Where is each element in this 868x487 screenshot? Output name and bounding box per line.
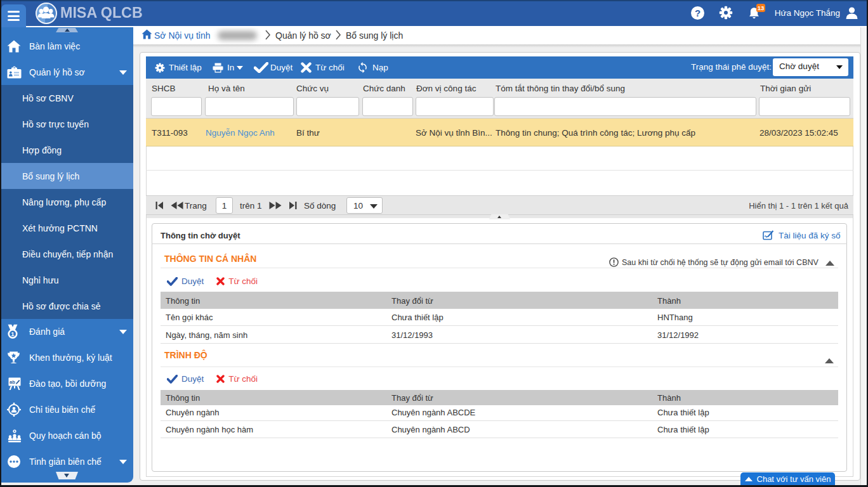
svg-text:ab: ab <box>10 379 15 385</box>
svg-text:1: 1 <box>11 330 15 337</box>
